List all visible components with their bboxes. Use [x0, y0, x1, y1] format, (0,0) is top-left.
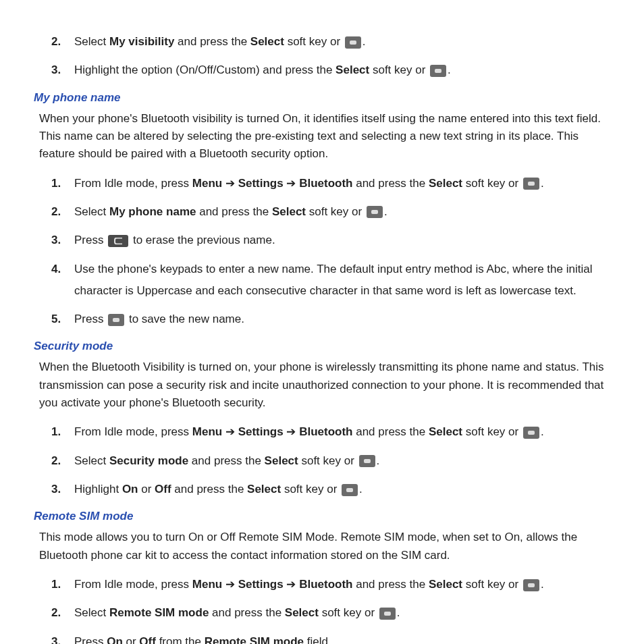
step-text: From Idle mode, press Menu ➔ Settings ➔ …: [74, 421, 617, 443]
steps-my-phone-name: 1.From Idle mode, press Menu ➔ Settings …: [51, 173, 617, 331]
step-number: 1.: [51, 574, 74, 595]
step-number: 5.: [51, 308, 74, 330]
list-item: 3.Press On or Off from the Remote SIM mo…: [51, 631, 617, 644]
step-number: 1.: [51, 421, 74, 443]
heading-security-mode: Security mode: [34, 340, 617, 353]
list-item: 5.Press to save the new name.: [51, 308, 617, 330]
list-item: 2.Select Remote SIM mode and press the S…: [51, 602, 617, 624]
step-text: Press On or Off from the Remote SIM mode…: [74, 631, 617, 644]
ok-key-icon: [359, 455, 375, 467]
step-text: From Idle mode, press Menu ➔ Settings ➔ …: [74, 173, 617, 194]
list-item: 2.Select Security mode and press the Sel…: [51, 450, 617, 472]
ok-key-icon: [523, 178, 539, 190]
list-item: 1.From Idle mode, press Menu ➔ Settings …: [51, 421, 617, 443]
list-item: 4.Use the phone's keypads to enter a new…: [51, 259, 617, 302]
step-text: Press to save the new name.: [74, 308, 617, 330]
step-text: Select My phone name and press the Selec…: [74, 201, 617, 223]
step-number: 1.: [51, 173, 74, 194]
manual-page: 2.Select My visibility and press the Sel…: [0, 0, 644, 644]
para-security-mode: When the Bluetooth Visibility is turned …: [39, 358, 617, 412]
step-text: Highlight the option (On/Off/Custom) and…: [74, 59, 617, 81]
ok-key-icon: [345, 36, 361, 49]
heading-remote-sim: Remote SIM mode: [34, 510, 617, 523]
ok-key-icon: [523, 579, 539, 591]
step-text: Select Remote SIM mode and press the Sel…: [74, 602, 617, 624]
intro-steps: 2.Select My visibility and press the Sel…: [51, 31, 617, 82]
ok-key-icon: [367, 206, 383, 218]
ok-key-icon: [342, 484, 358, 496]
list-item: 2.Select My visibility and press the Sel…: [51, 31, 617, 53]
steps-remote-sim: 1.From Idle mode, press Menu ➔ Settings …: [51, 574, 617, 644]
step-number: 4.: [51, 259, 74, 280]
step-number: 2.: [51, 31, 74, 53]
list-item: 3.Highlight On or Off and press the Sele…: [51, 479, 617, 500]
step-text: Use the phone's keypads to enter a new n…: [74, 259, 617, 302]
step-number: 2.: [51, 201, 74, 223]
step-text: Select Security mode and press the Selec…: [74, 450, 617, 472]
list-item: 2.Select My phone name and press the Sel…: [51, 201, 617, 223]
step-number: 3.: [51, 631, 74, 644]
list-item: 1.From Idle mode, press Menu ➔ Settings …: [51, 173, 617, 194]
steps-security-mode: 1.From Idle mode, press Menu ➔ Settings …: [51, 421, 617, 500]
step-number: 3.: [51, 59, 74, 81]
step-number: 2.: [51, 450, 74, 472]
step-number: 3.: [51, 479, 74, 500]
ok-key-icon: [430, 65, 446, 77]
step-text: Highlight On or Off and press the Select…: [74, 479, 617, 500]
list-item: 1.From Idle mode, press Menu ➔ Settings …: [51, 574, 617, 595]
list-item: 3.Highlight the option (On/Off/Custom) a…: [51, 59, 617, 81]
ok-key-icon: [379, 608, 396, 620]
ok-key-icon: [523, 427, 539, 439]
step-number: 3.: [51, 230, 74, 251]
list-item: 3.Press to erase the previous name.: [51, 230, 617, 251]
ok-key-icon: [108, 314, 124, 326]
clear-key-icon: [108, 235, 128, 247]
step-text: Select My visibility and press the Selec…: [74, 31, 617, 53]
heading-my-phone-name: My phone name: [34, 91, 617, 105]
para-my-phone-name: When your phone's Bluetooth visibility i…: [39, 110, 617, 163]
para-remote-sim: This mode allows you to turn On or Off R…: [39, 529, 617, 564]
step-number: 2.: [51, 602, 74, 624]
step-text: Press to erase the previous name.: [74, 230, 617, 251]
step-text: From Idle mode, press Menu ➔ Settings ➔ …: [74, 574, 617, 595]
